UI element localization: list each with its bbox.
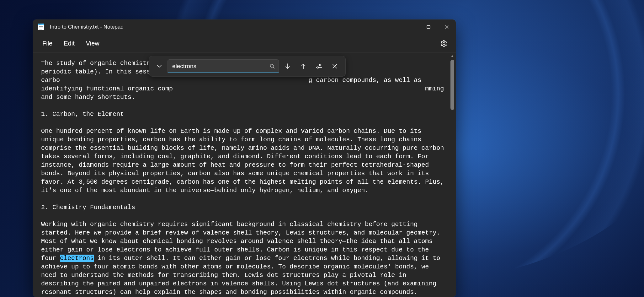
svg-rect-5 xyxy=(42,24,42,25)
chevron-down-icon xyxy=(157,63,162,69)
document-text[interactable]: The study of organic chemistry and XXXXX… xyxy=(33,53,456,297)
scrollbar-track[interactable] xyxy=(450,60,454,296)
find-expand-toggle[interactable] xyxy=(153,60,166,73)
svg-rect-9 xyxy=(39,29,42,30)
find-previous-button[interactable] xyxy=(296,59,310,73)
svg-point-21 xyxy=(317,67,319,68)
menubar: File Edit View xyxy=(33,35,456,53)
close-icon xyxy=(332,63,338,69)
window-title: Intro to Chemistry.txt - Notepad xyxy=(50,24,401,30)
minimize-button[interactable] xyxy=(401,19,419,35)
find-input-container xyxy=(168,59,279,73)
notepad-app-icon xyxy=(38,24,44,30)
maximize-button[interactable] xyxy=(419,19,438,35)
svg-point-19 xyxy=(320,64,321,66)
menu-edit[interactable]: Edit xyxy=(58,37,80,50)
find-options-button[interactable] xyxy=(312,59,326,73)
svg-rect-7 xyxy=(39,26,43,27)
search-icon[interactable] xyxy=(269,63,275,69)
titlebar[interactable]: Intro to Chemistry.txt - Notepad xyxy=(33,19,456,35)
text-area-container: The study of organic chemistry and XXXXX… xyxy=(33,53,456,297)
scrollbar-thumb[interactable] xyxy=(450,60,454,110)
find-close-button[interactable] xyxy=(328,59,342,73)
svg-marker-24 xyxy=(451,55,454,57)
settings-button[interactable] xyxy=(437,37,451,51)
svg-rect-4 xyxy=(41,24,41,25)
menu-view[interactable]: View xyxy=(80,37,105,50)
close-button[interactable] xyxy=(438,19,456,35)
svg-rect-3 xyxy=(40,24,40,25)
notepad-window: Intro to Chemistry.txt - Notepad File Ed… xyxy=(33,19,456,297)
scrollbar-up-arrow[interactable] xyxy=(450,53,455,59)
gear-icon xyxy=(440,40,448,47)
svg-rect-11 xyxy=(427,25,430,29)
svg-rect-6 xyxy=(43,24,43,25)
svg-rect-2 xyxy=(39,24,40,25)
search-highlight: electrons xyxy=(60,255,94,262)
arrow-up-icon xyxy=(300,63,307,70)
arrow-down-icon xyxy=(284,63,291,70)
find-bar xyxy=(149,56,346,77)
svg-rect-8 xyxy=(39,28,43,28)
find-input[interactable] xyxy=(172,63,269,70)
vertical-scrollbar[interactable] xyxy=(450,53,455,296)
sliders-icon xyxy=(315,62,323,70)
window-controls xyxy=(401,19,456,35)
menu-file[interactable]: File xyxy=(37,37,58,50)
find-next-button[interactable] xyxy=(281,59,295,73)
svg-line-15 xyxy=(273,67,274,68)
